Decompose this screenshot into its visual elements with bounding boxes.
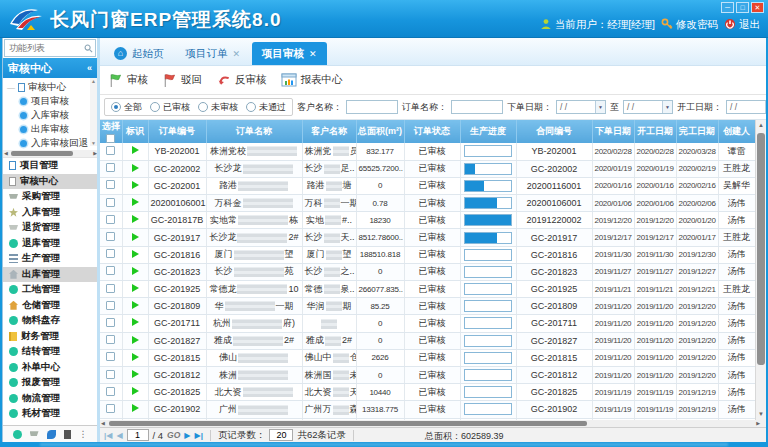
- column-header[interactable]: 订单编号: [148, 120, 206, 143]
- row-checkbox[interactable]: [106, 198, 115, 207]
- tab-close-icon[interactable]: ✕: [233, 49, 241, 59]
- sidebar-module-item[interactable]: 物流管理: [3, 391, 97, 407]
- tab[interactable]: ⌂ 起始页: [104, 42, 174, 65]
- sidebar-module-item[interactable]: 退货管理: [3, 220, 97, 236]
- book-icon[interactable]: [64, 430, 71, 439]
- tree-root[interactable]: — 审核中心: [3, 80, 97, 94]
- table-row[interactable]: YB-202001 株洲党校 株洲党员.. 832.177 已审核 YB-202…: [100, 143, 755, 160]
- row-checkbox[interactable]: [106, 266, 115, 275]
- prev-page-button[interactable]: ◀: [116, 431, 122, 440]
- table-row[interactable]: GC-202001 路港 路港塘 0 已审核 20200116001 2020/…: [100, 177, 755, 194]
- tree-vertical-scrollbar[interactable]: ▲▼: [90, 78, 97, 146]
- column-header[interactable]: 订单名称: [206, 120, 302, 143]
- search-input[interactable]: [7, 42, 84, 54]
- sidebar-module-item[interactable]: 审核中心: [3, 174, 97, 190]
- tree-item[interactable]: 出库审核: [3, 122, 97, 136]
- order-date-from-picker[interactable]: / /▼: [556, 100, 606, 114]
- table-row[interactable]: GC-201825 北大资 北大资天.. 10440 已审核 GC-201825…: [100, 384, 755, 401]
- row-checkbox[interactable]: [106, 301, 115, 310]
- circle-icon[interactable]: [13, 430, 22, 439]
- collapse-icon[interactable]: «: [87, 63, 92, 73]
- scrollbar-thumb[interactable]: [109, 421, 587, 426]
- scroll-down-icon[interactable]: ▼: [756, 409, 766, 420]
- row-checkbox[interactable]: [106, 335, 115, 344]
- scroll-up-icon[interactable]: ▲: [756, 120, 766, 131]
- sidebar-module-item[interactable]: 采购管理: [3, 189, 97, 205]
- tab[interactable]: 项目订单 ✕: [176, 42, 251, 65]
- sidebar-module-item[interactable]: 项目管理: [3, 158, 97, 174]
- row-checkbox[interactable]: [106, 232, 115, 241]
- table-row[interactable]: GC-201917 长沙龙2# 长沙天.. 8512.78600.. 已审核 G…: [100, 229, 755, 246]
- sidebar-module-item[interactable]: 物料盘存: [3, 313, 97, 329]
- go-button[interactable]: GO: [167, 430, 180, 440]
- table-row[interactable]: GC-201711 杭州府) 0 已审核 GC-201711 2019/11/2…: [100, 315, 755, 332]
- table-row[interactable]: GC-201817B 实地常栋 实地#.. 18230 已审核 20191220…: [100, 212, 755, 229]
- sidebar-module-item[interactable]: 退库管理: [3, 236, 97, 252]
- scroll-left-icon[interactable]: ◀: [101, 420, 105, 427]
- status-radio[interactable]: 未通过: [246, 101, 286, 114]
- row-checkbox[interactable]: [106, 249, 115, 258]
- cart-icon[interactable]: [30, 430, 39, 439]
- row-checkbox[interactable]: [106, 404, 115, 413]
- radio-icon[interactable]: [150, 102, 160, 112]
- table-row[interactable]: GC-201902 广州 广州万森林 13318.775 已审核 GC-2019…: [100, 401, 755, 418]
- scroll-left-icon[interactable]: ◀: [4, 150, 8, 157]
- tab-close-icon[interactable]: ✕: [309, 49, 317, 59]
- table-row[interactable]: GC-201812 株洲 株洲国未来 0 已审核 GC-201812 2019/…: [100, 366, 755, 383]
- scroll-right-icon[interactable]: ▶: [756, 420, 760, 427]
- table-row[interactable]: GC-201823 长沙苑 长沙之.. 0 已审核 GC-201823 2019…: [100, 263, 755, 280]
- column-header[interactable]: 合同编号: [516, 120, 592, 143]
- column-header[interactable]: 完工日期: [676, 120, 718, 143]
- page-number-input[interactable]: [127, 429, 149, 441]
- minimize-button[interactable]: ─: [721, 2, 734, 13]
- tree-item[interactable]: 项目审核: [3, 94, 97, 108]
- horizontal-scrollbar[interactable]: ◀ ▶: [100, 420, 766, 427]
- toolbar-button[interactable]: 审核: [108, 73, 148, 88]
- tab[interactable]: 项目审核 ✕: [252, 42, 327, 65]
- column-header[interactable]: 下单日期: [592, 120, 634, 143]
- toolbar-button[interactable]: 驳回: [162, 73, 202, 88]
- column-header[interactable]: 订单状态: [404, 120, 460, 143]
- radio-icon[interactable]: [198, 102, 208, 112]
- last-page-button[interactable]: ▶|: [195, 431, 203, 440]
- row-checkbox[interactable]: [106, 318, 115, 327]
- radio-icon[interactable]: [111, 102, 121, 112]
- column-header[interactable]: 选择: [100, 120, 122, 143]
- row-checkbox[interactable]: [106, 163, 115, 172]
- row-checkbox[interactable]: [106, 180, 115, 189]
- status-radio[interactable]: 未审核: [198, 101, 238, 114]
- table-row[interactable]: 20200106001 万科金 万科一期 0.78 已审核 2020010600…: [100, 195, 755, 212]
- chevron-down-icon[interactable]: ▼: [595, 101, 605, 113]
- table-row[interactable]: GC-201816 厦门望 厦门望 188510.818 已审核 GC-2018…: [100, 246, 755, 263]
- scroll-up-icon[interactable]: ▲: [91, 78, 96, 84]
- sidebar-module-item[interactable]: 补单中心: [3, 360, 97, 376]
- customer-name-input[interactable]: [346, 100, 398, 114]
- row-checkbox[interactable]: [106, 215, 115, 224]
- select-all-checkbox[interactable]: [106, 134, 115, 143]
- column-header[interactable]: 生产进度: [460, 120, 516, 143]
- row-checkbox[interactable]: [106, 284, 115, 293]
- start-date-picker[interactable]: / /▼: [726, 100, 766, 114]
- sidebar-module-item[interactable]: 耗材管理: [3, 406, 97, 422]
- tree-horizontal-scrollbar[interactable]: ◀ ▶: [3, 150, 98, 157]
- swoosh-icon[interactable]: [47, 430, 56, 439]
- column-header[interactable]: 开工日期: [634, 120, 676, 143]
- row-checkbox[interactable]: [106, 387, 115, 396]
- toolbar-button[interactable]: 反审核: [216, 73, 267, 88]
- column-header[interactable]: 标识: [122, 120, 148, 143]
- column-header[interactable]: 客户名称: [302, 120, 356, 143]
- sidebar-module-item[interactable]: 生产管理: [3, 251, 97, 267]
- table-row[interactable]: GC-201925 常德龙10 常德泉.. 266077.835.. 已审核 G…: [100, 281, 755, 298]
- order-date-to-picker[interactable]: / /▼: [623, 100, 673, 114]
- row-checkbox[interactable]: [106, 352, 115, 361]
- tree-item[interactable]: 入库审核回退: [3, 136, 97, 150]
- scroll-down-icon[interactable]: ▼: [91, 140, 96, 146]
- sidebar-module-item[interactable]: 出库管理: [3, 267, 97, 283]
- status-radio[interactable]: 全部: [111, 101, 142, 114]
- table-row[interactable]: GC-201815 佛山 佛山中仓库 2626 已审核 GC-201815 20…: [100, 349, 755, 366]
- maximize-button[interactable]: □: [736, 2, 749, 13]
- status-radio[interactable]: 已审核: [150, 101, 190, 114]
- toolbar-button[interactable]: 报表中心: [281, 73, 343, 87]
- sidebar-module-item[interactable]: 仓储管理: [3, 298, 97, 314]
- order-name-input[interactable]: [451, 100, 503, 114]
